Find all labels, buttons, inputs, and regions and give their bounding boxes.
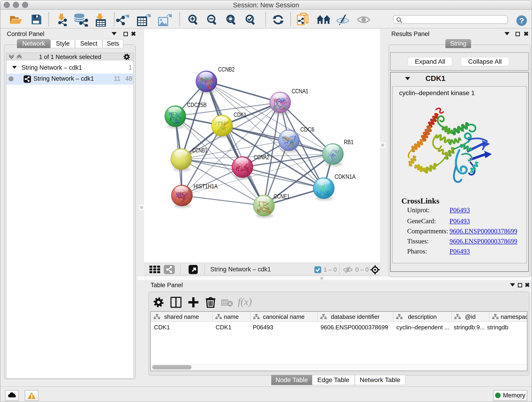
svg-text:HIST1H1A: HIST1H1A <box>194 183 218 190</box>
svg-text:CCNB1: CCNB1 <box>192 147 207 154</box>
svg-text:CDKN1A: CDKN1A <box>335 173 355 180</box>
svg-text:RB1: RB1 <box>344 139 354 146</box>
svg-text:CCNA2: CCNA2 <box>254 154 269 161</box>
svg-text:CCNE1: CCNE1 <box>273 193 290 200</box>
svg-text:CCNA1: CCNA1 <box>292 88 308 95</box>
svg-text:CDK1: CDK1 <box>234 111 246 118</box>
svg-text:CCNB2: CCNB2 <box>218 66 234 73</box>
svg-text:CDC25B: CDC25B <box>187 102 207 108</box>
svg-text:CDC6: CDC6 <box>300 126 314 133</box>
